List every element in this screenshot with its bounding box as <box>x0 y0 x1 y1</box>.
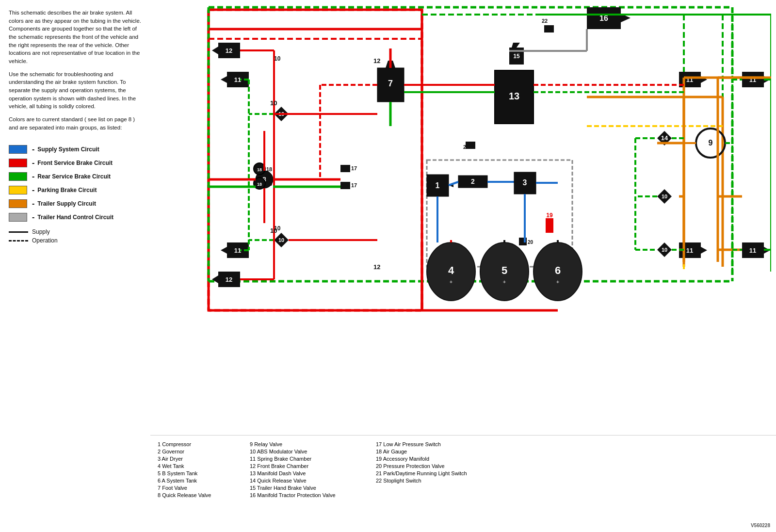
comp-10: 10 ABS Modulator Valve <box>250 449 361 454</box>
diagram-area: 4 + 5 + 6 + 1 2 3 <box>150 0 776 532</box>
legend-color-trailer-supply <box>9 199 27 208</box>
svg-text:20: 20 <box>528 240 534 245</box>
comp-22: 22 Stoplight Switch <box>376 478 483 484</box>
svg-text:6: 6 <box>555 264 561 276</box>
legend-item-trailer-supply: - Trailer Supply Circuit <box>9 199 142 208</box>
svg-text:21: 21 <box>463 144 469 150</box>
description-para3: Colors are to current standard ( see lis… <box>9 115 142 131</box>
svg-text:4: 4 <box>448 264 454 276</box>
legend-section: - Supply System Circuit - Front Service … <box>9 145 142 246</box>
svg-text:1: 1 <box>436 181 440 190</box>
legend-label-trailer-supply: Trailer Supply Circuit <box>37 200 96 207</box>
comp-2: 2 Governor <box>158 449 235 454</box>
svg-text:12: 12 <box>373 263 380 271</box>
comp-5: 5 B System Tank <box>158 470 235 476</box>
comp-1: 1 Compressor <box>158 441 235 447</box>
comp-15: 15 Trailer Hand Brake Valve <box>250 485 361 491</box>
svg-text:18: 18 <box>257 182 262 187</box>
svg-marker-71 <box>701 247 707 254</box>
line-legend-supply: Supply <box>9 228 142 235</box>
svg-text:12: 12 <box>226 276 232 283</box>
svg-text:11: 11 <box>686 247 693 254</box>
svg-text:19: 19 <box>546 212 553 219</box>
svg-text:10: 10 <box>662 193 667 199</box>
legend-item-front-brake: - Front Service Brake Circuit <box>9 159 142 167</box>
legend-label-rear-brake: Rear Service Brake Circuit <box>37 173 111 180</box>
svg-text:10: 10 <box>662 247 667 253</box>
svg-marker-62 <box>221 247 227 254</box>
comp-20: 20 Pressure Protection Valve <box>376 463 483 469</box>
svg-text:7: 7 <box>388 79 393 88</box>
line-legend: Supply Operation <box>9 228 142 244</box>
comp-16: 16 Manifold Tractor Protection Valve <box>250 492 361 498</box>
legend-color-parking <box>9 186 27 194</box>
comp-19: 19 Accessory Manifold <box>376 456 483 462</box>
legend-label-parking: Parking Brake Circuit <box>37 187 97 193</box>
solid-line-icon <box>9 231 28 233</box>
comp-6: 6 A System Tank <box>158 478 235 484</box>
comp-17: 17 Low Air Pressure Switch <box>376 441 483 447</box>
svg-text:10: 10 <box>274 55 281 62</box>
svg-marker-77 <box>212 47 218 54</box>
svg-text:+: + <box>556 279 559 285</box>
operation-line-label: Operation <box>32 237 58 244</box>
svg-text:10: 10 <box>274 225 281 232</box>
svg-text:12: 12 <box>226 47 232 54</box>
legend-color-supply <box>9 145 27 154</box>
description-para2: Use the schematic for troubleshooting an… <box>9 70 142 111</box>
schematic-svg: 4 + 5 + 6 + 1 2 3 <box>150 0 771 378</box>
legend-label-trailer-hand: Trailer Hand Control Circuit <box>37 214 113 221</box>
svg-marker-89 <box>512 43 520 48</box>
legend-item-trailer-hand: - Trailer Hand Control Circuit <box>9 213 142 222</box>
version-stamp: V560228 <box>751 523 770 528</box>
legend-color-rear-brake <box>9 172 27 181</box>
comp-8: 8 Quick Release Valve <box>158 492 235 498</box>
line-legend-operation: Operation <box>9 237 142 244</box>
svg-text:17: 17 <box>351 182 357 188</box>
svg-text:18: 18 <box>257 167 262 172</box>
comp-18: 18 Air Gauge <box>376 449 483 454</box>
svg-text:18: 18 <box>266 181 272 187</box>
svg-rect-29 <box>546 218 553 233</box>
comp-13: 13 Manifold Dash Valve <box>250 470 361 476</box>
components-col2: 9 Relay Valve 10 ABS Modulator Valve 11 … <box>250 441 361 526</box>
legend-label-supply: Supply System Circuit <box>37 146 99 153</box>
svg-text:18: 18 <box>266 166 272 172</box>
page-container: This schematic describes the air brake s… <box>0 0 776 532</box>
legend-color-trailer-hand <box>9 213 27 222</box>
svg-text:22: 22 <box>542 18 548 24</box>
comp-4: 4 Wet Tank <box>158 463 235 469</box>
svg-text:5: 5 <box>501 264 507 276</box>
legend-item-parking: - Parking Brake Circuit <box>9 186 142 194</box>
dashed-line-icon <box>9 240 28 242</box>
svg-text:10: 10 <box>270 99 277 107</box>
supply-line-label: Supply <box>32 228 50 235</box>
svg-text:9: 9 <box>709 139 713 147</box>
svg-text:11: 11 <box>749 247 756 254</box>
svg-text:15: 15 <box>513 53 520 60</box>
left-panel: This schematic describes the air brake s… <box>0 0 150 532</box>
components-col1: 1 Compressor 2 Governor 3 Air Dryer 4 We… <box>158 441 235 526</box>
comp-7: 7 Foot Valve <box>158 485 235 491</box>
svg-text:10: 10 <box>278 237 284 243</box>
legend-label-front-brake: Front Service Brake Circuit <box>37 160 113 166</box>
comp-9: 9 Relay Valve <box>250 441 361 447</box>
svg-rect-106 <box>544 25 554 32</box>
components-col3: 17 Low Air Pressure Switch 18 Air Gauge … <box>376 441 483 526</box>
comp-14: 14 Quick Release Valve <box>250 478 361 484</box>
legend-color-front-brake <box>9 159 27 167</box>
legend-item-rear-brake: - Rear Service Brake Circuit <box>9 172 142 181</box>
comp-12: 12 Front Brake Chamber <box>250 463 361 469</box>
svg-text:+: + <box>503 279 506 285</box>
description-para1: This schematic describes the air brake s… <box>9 9 142 65</box>
svg-text:14: 14 <box>661 134 668 142</box>
svg-marker-59 <box>221 76 227 83</box>
comp-11: 11 Spring Brake Chamber <box>250 456 361 462</box>
svg-text:17: 17 <box>351 165 357 171</box>
svg-text:12: 12 <box>373 57 380 64</box>
svg-text:2: 2 <box>471 177 475 185</box>
svg-text:+: + <box>450 279 453 285</box>
svg-text:13: 13 <box>509 91 519 101</box>
svg-text:3: 3 <box>523 178 527 187</box>
comp-21: 21 Park/Daytime Running Light Switch <box>376 470 483 476</box>
